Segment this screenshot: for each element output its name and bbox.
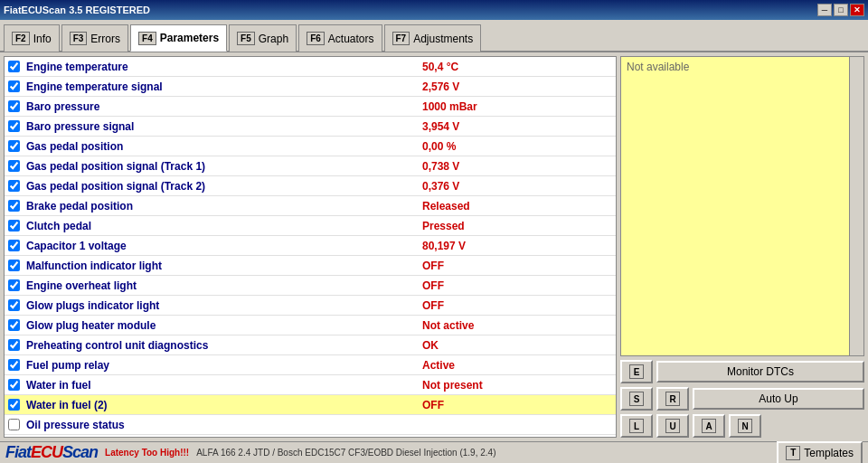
param-value-label: 3,954 V xyxy=(417,120,616,133)
tab-actuators[interactable]: F6 Actuators xyxy=(298,24,382,52)
param-checkbox-cell xyxy=(5,61,23,72)
l-letter: L xyxy=(629,419,644,433)
param-name-label: Baro pressure signal xyxy=(23,120,417,133)
param-checkbox[interactable] xyxy=(8,419,20,430)
tab-key-f5: F5 xyxy=(237,32,255,45)
r-key-btn[interactable]: R xyxy=(656,387,689,411)
table-row: Brake pedal positionReleased xyxy=(5,196,616,216)
param-checkbox[interactable] xyxy=(8,120,20,132)
templates-label: Templates xyxy=(804,447,854,459)
param-checkbox-cell xyxy=(5,399,23,411)
tab-adjustments[interactable]: F7 Adjustments xyxy=(384,24,482,52)
close-button[interactable]: ✕ xyxy=(850,4,864,16)
table-row: Capacitor 1 voltage80,197 V xyxy=(5,236,616,256)
templates-button[interactable]: T Templates xyxy=(777,441,863,464)
table-row: Engine temperature50,4 °C xyxy=(5,57,616,77)
param-checkbox[interactable] xyxy=(8,200,20,212)
chart-scrollbar[interactable] xyxy=(849,57,863,355)
chart-area: Not available xyxy=(620,56,864,356)
l-key-btn[interactable]: L xyxy=(620,414,653,438)
templates-key-letter: T xyxy=(786,446,800,460)
param-checkbox[interactable] xyxy=(8,359,20,371)
param-checkbox[interactable] xyxy=(8,100,20,112)
param-name-label: Gas pedal position xyxy=(23,140,417,153)
tab-info-label: Info xyxy=(33,33,52,45)
table-row: Gas pedal position signal (Track 1)0,738… xyxy=(5,156,616,176)
param-checkbox-cell xyxy=(5,339,23,351)
monitor-key-btn[interactable]: E xyxy=(620,360,653,383)
app-logo: FiatECUScan xyxy=(5,443,98,462)
table-row: Gas pedal position signal (Track 2)0,376… xyxy=(5,176,616,196)
main-content: Engine temperature50,4 °CEngine temperat… xyxy=(0,52,868,441)
param-checkbox[interactable] xyxy=(8,80,20,92)
param-checkbox[interactable] xyxy=(8,260,20,271)
table-row: Preheating control unit diagnosticsOK xyxy=(5,335,616,355)
tab-key-f3: F3 xyxy=(70,32,88,45)
tab-key-f7: F7 xyxy=(392,32,410,45)
param-checkbox[interactable] xyxy=(8,339,20,351)
tab-actuators-label: Actuators xyxy=(328,33,374,45)
param-checkbox[interactable] xyxy=(8,160,20,172)
table-row: Baro pressure signal3,954 V xyxy=(5,117,616,137)
a-key-btn[interactable]: A xyxy=(693,414,725,438)
param-checkbox-cell xyxy=(5,279,23,291)
right-buttons: E Monitor DTCs S R Auto Up L U xyxy=(620,360,864,438)
param-value-label: 0,738 V xyxy=(417,160,616,173)
tab-info[interactable]: F2 Info xyxy=(4,24,60,52)
param-value-label: 80,197 V xyxy=(417,240,616,252)
latency-warning: Latency Too High!!! xyxy=(105,448,189,458)
chart-not-available-label: Not available xyxy=(621,57,863,77)
maximize-button[interactable]: □ xyxy=(834,4,848,16)
param-name-label: Baro pressure xyxy=(23,100,417,113)
param-checkbox[interactable] xyxy=(8,279,20,291)
tab-parameters-label: Parameters xyxy=(160,32,219,44)
s-key-btn[interactable]: S xyxy=(620,387,653,411)
param-value-label: OFF xyxy=(417,279,616,292)
param-value-label: 50,4 °C xyxy=(417,61,616,73)
table-row: Oil pressure status xyxy=(5,415,616,435)
auto-up-button[interactable]: Auto Up xyxy=(693,388,864,410)
param-value-label: OFF xyxy=(417,260,616,272)
tab-graph[interactable]: F5 Graph xyxy=(229,24,297,52)
param-checkbox-cell xyxy=(5,260,23,271)
param-checkbox-cell xyxy=(5,200,23,212)
param-checkbox[interactable] xyxy=(8,240,20,251)
param-name-label: Oil pressure status xyxy=(23,419,417,431)
parameter-scroll[interactable]: Engine temperature50,4 °CEngine temperat… xyxy=(5,57,616,437)
param-checkbox[interactable] xyxy=(8,299,20,311)
param-checkbox[interactable] xyxy=(8,399,20,411)
monitor-dtcs-button[interactable]: Monitor DTCs xyxy=(656,361,864,383)
param-checkbox-cell xyxy=(5,299,23,311)
table-row: Water in fuelNot present xyxy=(5,375,616,395)
param-checkbox-cell xyxy=(5,220,23,232)
param-name-label: Glow plugs indicator light xyxy=(23,299,417,312)
param-checkbox-cell xyxy=(5,419,23,430)
param-name-label: Water in fuel xyxy=(23,379,417,392)
minimize-button[interactable]: ─ xyxy=(817,4,832,16)
table-row: Engine overheat lightOFF xyxy=(5,276,616,296)
param-name-label: Gas pedal position signal (Track 2) xyxy=(23,180,417,193)
n-key-btn[interactable]: N xyxy=(729,414,761,438)
monitor-key-letter: E xyxy=(629,364,644,379)
param-checkbox[interactable] xyxy=(8,379,20,391)
tab-errors[interactable]: F3 Errors xyxy=(61,24,128,52)
parameter-panel: Engine temperature50,4 °CEngine temperat… xyxy=(4,56,617,438)
param-value-label: Active xyxy=(417,359,616,372)
tab-errors-label: Errors xyxy=(90,33,120,45)
param-checkbox[interactable] xyxy=(8,180,20,192)
n-letter: N xyxy=(738,419,752,433)
param-checkbox-cell xyxy=(5,240,23,251)
u-letter: U xyxy=(665,419,680,433)
param-checkbox[interactable] xyxy=(8,319,20,331)
right-panel: Not available E Monitor DTCs S R Auto Up xyxy=(620,56,864,438)
u-key-btn[interactable]: U xyxy=(656,414,689,438)
param-checkbox[interactable] xyxy=(8,61,20,72)
param-checkbox-cell xyxy=(5,379,23,391)
param-value-label: Pressed xyxy=(417,220,616,232)
title-bar-buttons: ─ □ ✕ xyxy=(817,4,864,16)
tab-key-f4: F4 xyxy=(138,32,156,45)
param-checkbox[interactable] xyxy=(8,220,20,232)
param-name-label: Capacitor 1 voltage xyxy=(23,240,417,252)
param-checkbox[interactable] xyxy=(8,140,20,152)
tab-parameters[interactable]: F4 Parameters xyxy=(130,24,227,52)
